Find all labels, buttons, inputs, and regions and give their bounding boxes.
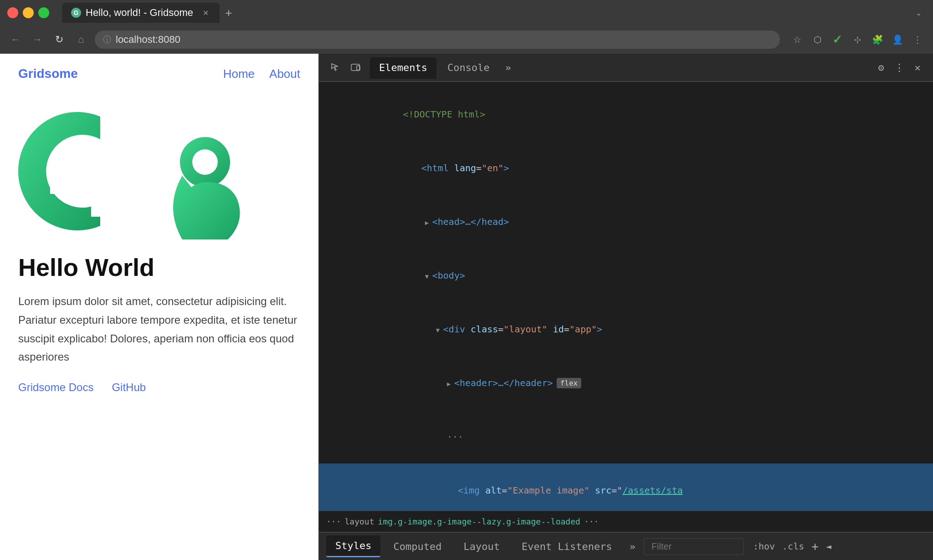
devtools-settings-button[interactable]: ⚙ (873, 59, 889, 76)
tab-bar: G Hello, world! - Gridsome ✕ + ⌄ (62, 3, 926, 23)
address-security-icon: ⓘ (103, 34, 111, 45)
devtools-header: Elements Console » ⚙ ⋮ ✕ (319, 54, 933, 82)
back-button[interactable]: ← (7, 31, 24, 48)
more-bottom-tabs[interactable]: » (625, 536, 640, 557)
nav-about-link[interactable]: About (269, 67, 300, 81)
profile-button[interactable]: 👤 (889, 31, 906, 48)
devtools-menu-button[interactable]: ⋮ (891, 59, 907, 76)
tab-title: Hello, world! - Gridsome (86, 7, 193, 19)
filter-hov-label[interactable]: :hov (753, 541, 775, 552)
close-window-button[interactable] (7, 7, 18, 18)
tab-close-button[interactable]: ✕ (201, 8, 210, 17)
body-tag-line[interactable]: ▼<body> (319, 249, 933, 302)
address-bar[interactable]: ⓘ localhost:8080 (95, 31, 780, 49)
traffic-lights (7, 7, 49, 18)
doctype-line[interactable]: <!DOCTYPE html> (319, 87, 933, 141)
add-style-rule-button[interactable]: + (811, 540, 819, 553)
site-header: Gridsome Home About (0, 54, 318, 94)
bookmark-button[interactable]: ☆ (789, 31, 805, 48)
nav-actions: ☆ ⬡ ✓ ⊹ 🧩 👤 ⋮ (789, 31, 926, 48)
div-layout-line[interactable]: ▼<div class="layout" id="app"> (319, 302, 933, 356)
svg-rect-4 (351, 64, 359, 71)
tab-styles[interactable]: Styles (326, 535, 380, 557)
title-bar: G Hello, world! - Gridsome ✕ + ⌄ (0, 0, 933, 25)
responsive-view-button[interactable] (346, 58, 364, 76)
browser-window: G Hello, world! - Gridsome ✕ + ⌄ ← → ↻ ⌂… (0, 0, 933, 560)
more-tabs-button[interactable]: » (501, 57, 516, 78)
tab-computed[interactable]: Computed (384, 536, 451, 557)
filter-bar: :hov .cls + ◄ (644, 538, 926, 555)
tab-elements[interactable]: Elements (370, 57, 436, 79)
tab-layout[interactable]: Layout (454, 536, 508, 557)
breadcrumb-dots[interactable]: ··· (326, 517, 341, 526)
inspect-element-button[interactable] (326, 58, 344, 76)
home-button[interactable]: ⌂ (73, 31, 89, 48)
content-area: Gridsome Home About (0, 54, 933, 560)
header-tag-line[interactable]: ▶<header>…</header>flex (319, 356, 933, 410)
devtools-panel: Elements Console » ⚙ ⋮ ✕ <!DOCTYPE html> (319, 54, 933, 560)
forward-button[interactable]: → (29, 31, 46, 48)
elements-scroll[interactable]: <!DOCTYPE html> <html lang="en"> ▶<head>… (319, 82, 933, 511)
filter-input[interactable] (644, 538, 744, 555)
devtools-breadcrumb: ··· layout img.g-image.g-image--lazy.g-i… (319, 511, 933, 532)
reload-button[interactable]: ↻ (51, 31, 67, 48)
extensions-button[interactable]: 🧩 (869, 31, 886, 48)
tab-event-listeners[interactable]: Event Listeners (513, 536, 621, 557)
address-text: localhost:8080 (116, 34, 180, 46)
img-tag-line[interactable]: <img alt="Example image" src="/assets/st… (319, 463, 933, 511)
breadcrumb-element[interactable]: img.g-image.g-image--lazy.g-image--loade… (378, 517, 580, 526)
site-nav: Home About (223, 67, 300, 81)
gridsome-logo (18, 103, 273, 239)
github-link[interactable]: GitHub (112, 381, 146, 394)
minimize-window-button[interactable] (23, 7, 34, 18)
tab-console[interactable]: Console (438, 57, 499, 78)
active-tab[interactable]: G Hello, world! - Gridsome ✕ (62, 3, 220, 23)
extension-btn-cursor[interactable]: ⊹ (849, 31, 866, 48)
devtools-close-button[interactable]: ✕ (909, 59, 926, 76)
webpage-body: Hello World Lorem ipsum dolor sit amet, … (0, 94, 318, 412)
site-logo[interactable]: Gridsome (18, 66, 78, 81)
post-body: Lorem ipsum dolor sit amet, consectetur … (18, 292, 300, 367)
post-title: Hello World (18, 253, 300, 281)
breadcrumb-dots-end[interactable]: ··· (584, 517, 599, 526)
filter-cls-label[interactable]: .cls (782, 541, 804, 552)
breadcrumb-layout[interactable]: layout (345, 517, 374, 526)
extension-btn-v[interactable]: ✓ (829, 31, 846, 48)
post-links: Gridsome Docs GitHub (18, 381, 300, 394)
nav-bar: ← → ↻ ⌂ ⓘ localhost:8080 ☆ ⬡ ✓ ⊹ 🧩 👤 ⋮ (0, 25, 933, 54)
head-tag-line[interactable]: ▶<head>…</head> (319, 195, 933, 249)
elements-content: <!DOCTYPE html> <html lang="en"> ▶<head>… (319, 82, 933, 511)
toggle-sidebar-button[interactable]: ◄ (826, 541, 831, 552)
docs-link[interactable]: Gridsome Docs (18, 381, 93, 394)
elements-panel: <!DOCTYPE html> <html lang="en"> ▶<head>… (319, 82, 933, 511)
flex-badge: flex (557, 378, 582, 388)
devtools-bottom-tabs: Styles Computed Layout Event Listeners »… (319, 532, 933, 560)
tab-favicon-icon: G (71, 8, 81, 18)
svg-rect-1 (91, 171, 118, 217)
nav-home-link[interactable]: Home (223, 67, 255, 81)
svg-point-3 (192, 149, 218, 175)
maximize-window-button[interactable] (38, 7, 49, 18)
tab-expand-icon: ⌄ (911, 5, 926, 20)
webpage-panel: Gridsome Home About (0, 54, 319, 560)
menu-button[interactable]: ⋮ (909, 31, 926, 48)
html-tag-line[interactable]: <html lang="en"> (319, 141, 933, 195)
extension-btn-1[interactable]: ⬡ (809, 31, 825, 48)
new-tab-button[interactable]: + (221, 5, 236, 20)
dots-line-1[interactable]: ··· (319, 410, 933, 463)
